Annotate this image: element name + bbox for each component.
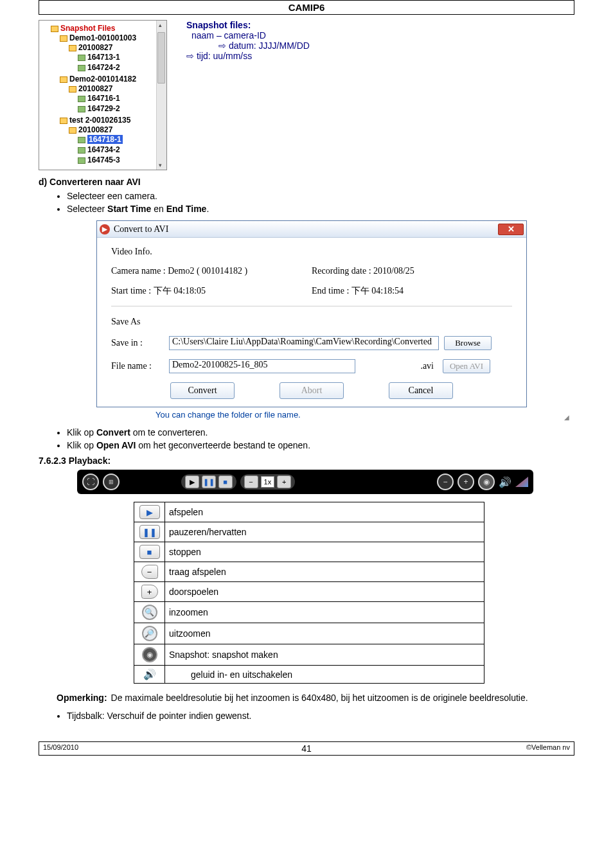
file-name-label: File name : xyxy=(111,361,164,371)
note-block: Opmerking: De maximale beeldresolutie bi… xyxy=(57,693,574,703)
footer-copyright: ©Velleman nv xyxy=(396,743,570,754)
convert-dialog: ▶ Convert to AVI ✕ Video Info. Camera na… xyxy=(96,220,527,407)
camera-icon: ◉ xyxy=(142,647,157,662)
open-avi-button[interactable]: Open AVI xyxy=(443,359,490,373)
stop-button[interactable]: ■ xyxy=(218,475,233,488)
folder-icon xyxy=(60,35,67,42)
tree-file-label[interactable]: 164716-1 xyxy=(87,94,120,103)
snapshot-tree-panel: Snapshot Files Demo1-001001003 20100827 … xyxy=(39,20,167,170)
file-icon xyxy=(78,137,85,143)
save-in-input[interactable]: C:\Users\Claire Liu\AppData\Roaming\CamV… xyxy=(169,336,439,350)
file-icon xyxy=(78,106,85,112)
tree-folder-label[interactable]: Demo1-001001003 xyxy=(69,33,136,42)
table-row: ◉Snapshot: snapshot maken xyxy=(134,644,484,666)
scrollbar-thumb[interactable] xyxy=(157,32,165,84)
stop-icon: ■ xyxy=(139,545,160,559)
tree-date-label[interactable]: 20100827 xyxy=(78,125,112,134)
cancel-button[interactable]: Cancel xyxy=(389,382,453,399)
dialog-titlebar[interactable]: ▶ Convert to AVI ✕ xyxy=(97,221,526,238)
tree-root-label: Snapshot Files xyxy=(60,24,115,33)
play-icon: ▶ xyxy=(139,505,160,519)
tree-file-label[interactable]: 164713-1 xyxy=(87,53,120,62)
file-icon xyxy=(78,55,85,61)
footer-page-number: 41 xyxy=(217,743,396,754)
plus-icon: + xyxy=(141,585,158,599)
file-icon xyxy=(78,65,85,71)
zoom-out-icon: 🔍 xyxy=(142,605,157,620)
save-as-label: Save As xyxy=(111,317,512,327)
snapshot-description: Snapshot files: naam – camera-ID ⇨ datum… xyxy=(186,20,310,170)
note-text: De maximale beeldresolutie bij het inzoo… xyxy=(111,693,528,703)
footer-date: 15/09/2010 xyxy=(43,743,217,754)
zoom-in-button[interactable]: + xyxy=(458,474,474,490)
scrollbar[interactable] xyxy=(156,21,166,170)
table-row: 🔊geluid in- en uitschakelen xyxy=(134,666,484,684)
desc-line: naam – camera-ID xyxy=(191,30,310,40)
speed-label: 1x xyxy=(261,476,275,488)
folder-icon xyxy=(69,86,76,93)
legend-label: Snapshot: snapshot maken xyxy=(165,644,484,666)
tree-file-label[interactable]: 164745-3 xyxy=(87,155,120,164)
dialog-note: You can change the folder or file name.◢ xyxy=(155,410,574,420)
desc-line: ⇨ datum: JJJJ/MM/DD xyxy=(218,40,310,51)
desc-title: Snapshot files: xyxy=(186,20,310,30)
camera-name-label: Camera name : Demo2 ( 001014182 ) xyxy=(111,266,312,276)
tree-date-label[interactable]: 20100827 xyxy=(78,43,112,52)
settings-icon[interactable]: ⛶ xyxy=(82,474,99,490)
tree-file-selected[interactable]: 164718-1 xyxy=(87,135,123,144)
legend-label: stoppen xyxy=(165,542,484,562)
browse-button[interactable]: Browse xyxy=(444,336,492,350)
resize-grip-icon[interactable]: ◢ xyxy=(564,414,569,421)
pause-button[interactable]: ❚❚ xyxy=(202,475,216,488)
grid-icon[interactable]: ⊞ xyxy=(103,474,120,490)
speaker-icon: 🔊 xyxy=(143,668,156,680)
slow-button[interactable]: − xyxy=(244,475,258,488)
page-footer: 15/09/2010 41 ©Velleman nv xyxy=(39,741,574,756)
playback-heading: 7.6.2.3 Playback: xyxy=(39,456,574,466)
file-ext-label: .avi xyxy=(360,361,438,371)
file-icon xyxy=(78,96,85,102)
folder-icon xyxy=(51,26,58,32)
file-icon xyxy=(78,147,85,154)
video-info-label: Video Info. xyxy=(111,247,512,257)
close-button[interactable]: ✕ xyxy=(498,224,524,235)
folder-icon xyxy=(60,118,67,124)
table-row: 🔎uitzoomen xyxy=(134,623,484,644)
tree-file-label[interactable]: 164724-2 xyxy=(87,63,120,72)
save-in-label: Save in : xyxy=(111,338,164,348)
abort-button[interactable]: Abort xyxy=(280,382,344,399)
start-time-label: Start time : 下午 04:18:05 xyxy=(111,285,312,297)
play-button[interactable]: ▶ xyxy=(185,475,199,488)
table-row: ❚❚pauzeren/hervatten xyxy=(134,522,484,542)
convert-button[interactable]: Convert xyxy=(170,382,235,399)
list-item: Tijdsbalk: Verschuif de pointer indien g… xyxy=(67,709,574,722)
list-item: Klik op Open AVI om het geconverteerde b… xyxy=(67,439,574,452)
tree-date-label[interactable]: 20100827 xyxy=(78,84,112,93)
folder-icon xyxy=(69,45,76,51)
table-row: ■stoppen xyxy=(134,542,484,562)
list-item: Selecteer een camera. xyxy=(67,190,574,202)
desc-line: ⇨ tijd: uu/mm/ss xyxy=(186,51,310,61)
legend-label: pauzeren/hervatten xyxy=(165,522,484,542)
tree-folder-label[interactable]: Demo2-001014182 xyxy=(69,75,136,84)
section-d-heading: d) Converteren naar AVI xyxy=(39,177,574,187)
minus-icon: − xyxy=(141,565,158,579)
tree-folder-label[interactable]: test 2-001026135 xyxy=(69,116,130,125)
folder-icon xyxy=(69,127,76,134)
speaker-icon[interactable]: 🔊 xyxy=(499,476,511,488)
tree-file-label[interactable]: 164729-2 xyxy=(87,104,120,113)
table-row: +doorspoelen xyxy=(134,582,484,602)
file-name-input[interactable]: Demo2-20100825-16_805 xyxy=(169,359,355,373)
tree-file-label[interactable]: 164734-2 xyxy=(87,145,120,154)
page-header: CAMIP6 xyxy=(39,0,574,15)
recording-date-label: Recording date : 2010/08/25 xyxy=(312,266,512,276)
snapshot-button[interactable]: ◉ xyxy=(478,474,495,490)
corner-flag-icon xyxy=(515,477,528,487)
zoom-out-button[interactable]: − xyxy=(437,474,454,490)
list-item: Klik op Convert om te converteren. xyxy=(67,426,574,439)
playback-toolbar: ⛶ ⊞ ▶ ❚❚ ■ − 1x + − + ◉ 🔊 xyxy=(77,470,533,494)
table-row: −traag afspelen xyxy=(134,562,484,582)
legend-label: traag afspelen xyxy=(165,562,484,582)
pause-icon: ❚❚ xyxy=(139,525,160,539)
fast-button[interactable]: + xyxy=(277,475,291,488)
